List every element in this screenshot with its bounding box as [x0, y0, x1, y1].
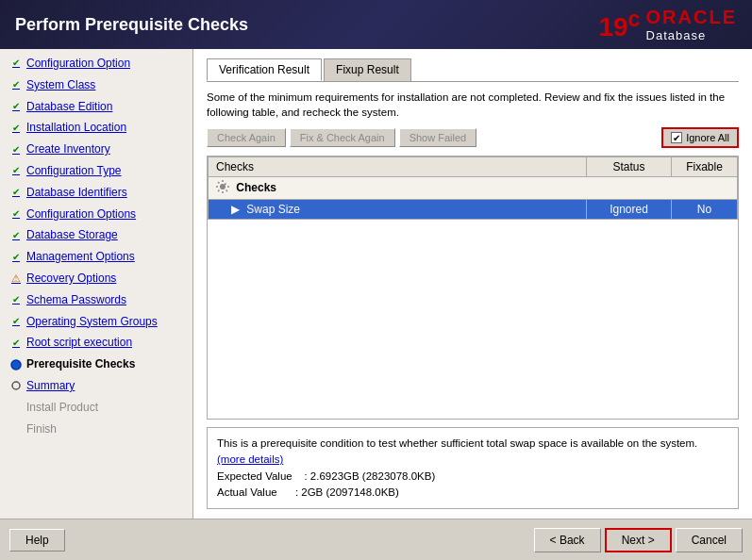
tick-icon: ✔	[9, 315, 23, 328]
oracle-version: 19c	[598, 7, 640, 42]
footer-right: < Back Next > Cancel	[534, 528, 743, 552]
fix-and-check-again-button[interactable]: Fix & Check Again	[290, 128, 395, 147]
sidebar-item-configuration-type[interactable]: ✔ Configuration Type	[0, 160, 192, 182]
sidebar-item-prerequisite-checks[interactable]: Prerequisite Checks	[0, 354, 192, 375]
cell-status: Ignored	[587, 200, 672, 220]
expected-label: Expected Value	[217, 470, 292, 482]
sidebar-item-finish: Finish	[0, 419, 192, 440]
oracle-name: ORACLE	[646, 7, 737, 28]
gear-icon	[216, 180, 229, 196]
detail-box: This is a prerequisite condition to test…	[207, 427, 739, 509]
empty-icon	[9, 422, 23, 436]
tab-bar: Verification Result Fixup Result	[207, 58, 739, 82]
info-text: Some of the minimum requirements for ins…	[207, 90, 739, 120]
arrow-icon: ▶	[231, 203, 240, 216]
main-layout: ✔ Configuration Option ✔ System Class ✔ …	[0, 49, 752, 519]
col-fixable: Fixable	[672, 157, 738, 177]
tick-icon: ✔	[9, 78, 23, 91]
oracle-brand: ORACLE Database	[646, 7, 737, 42]
footer-left: Help	[9, 529, 65, 552]
svg-point-1	[12, 382, 20, 389]
tick-icon: ✔	[9, 143, 23, 156]
back-button[interactable]: < Back	[534, 528, 601, 552]
actual-label: Actual Value	[217, 486, 277, 498]
tick-icon: ✔	[9, 337, 23, 350]
detail-text: This is a prerequisite condition to test…	[217, 437, 697, 449]
button-bar: Check Again Fix & Check Again Show Faile…	[207, 127, 739, 148]
empty-icon	[9, 401, 23, 414]
content-area: Verification Result Fixup Result Some of…	[193, 49, 752, 519]
group-label: Checks	[236, 181, 276, 194]
tick-icon: ✔	[9, 251, 23, 264]
tick-icon: ✔	[9, 186, 23, 199]
sidebar-item-create-inventory[interactable]: ✔ Create Inventory	[0, 139, 192, 160]
sidebar-item-database-storage[interactable]: ✔ Database Storage	[0, 224, 192, 246]
sidebar-item-database-identifiers[interactable]: ✔ Database Identifiers	[0, 182, 192, 204]
tick-icon: ✔	[9, 100, 23, 113]
footer: Help < Back Next > Cancel	[0, 519, 752, 560]
oracle-logo: 19c ORACLE Database	[598, 7, 737, 42]
ignore-all-checkbox[interactable]: ✔	[671, 132, 682, 143]
sidebar-item-recovery-options[interactable]: ⚠ Recovery Options	[0, 268, 192, 289]
col-status: Status	[587, 157, 672, 177]
tick-icon: ✔	[9, 293, 23, 306]
cell-fixable: No	[672, 200, 738, 220]
tick-icon: ✔	[9, 229, 23, 242]
checks-table-container: Checks Status Fixable Checks	[207, 156, 739, 420]
circle-icon	[9, 379, 23, 392]
cancel-button[interactable]: Cancel	[676, 528, 743, 552]
oracle-sup: c	[628, 7, 641, 31]
detail-link[interactable]: (more details)	[217, 453, 283, 465]
cell-check: ▶ Swap Size	[209, 200, 587, 220]
sidebar-item-operating-system-groups[interactable]: ✔ Operating System Groups	[0, 311, 192, 333]
sidebar-item-database-edition[interactable]: ✔ Database Edition	[0, 96, 192, 118]
sidebar-item-install-product: Install Product	[0, 397, 192, 419]
page-title: Perform Prerequisite Checks	[15, 15, 248, 35]
ignore-all-label[interactable]: ✔ Ignore All	[661, 127, 739, 148]
sidebar-item-summary[interactable]: Summary	[0, 375, 192, 397]
show-failed-button[interactable]: Show Failed	[399, 128, 477, 147]
tick-icon: ✔	[9, 57, 23, 70]
warning-icon: ⚠	[9, 272, 23, 285]
sidebar-item-management-options[interactable]: ✔ Management Options	[0, 246, 192, 268]
table-group-row: Checks	[209, 177, 738, 200]
check-again-button[interactable]: Check Again	[207, 128, 286, 147]
header: Perform Prerequisite Checks 19c ORACLE D…	[0, 0, 752, 49]
actual-value: : 2GB (2097148.0KB)	[295, 486, 399, 498]
sidebar-item-configuration-options[interactable]: ✔ Configuration Options	[0, 204, 192, 225]
col-checks: Checks	[209, 157, 587, 177]
tick-icon: ✔	[9, 122, 23, 135]
help-button[interactable]: Help	[9, 529, 65, 552]
oracle-product: Database	[646, 28, 707, 42]
svg-point-2	[220, 184, 226, 189]
expected-value: : 2.6923GB (2823078.0KB)	[304, 470, 435, 482]
active-circle-icon	[9, 358, 23, 371]
tick-icon: ✔	[9, 164, 23, 177]
table-row[interactable]: ▶ Swap Size Ignored No	[209, 200, 738, 220]
sidebar-item-configuration-option[interactable]: ✔ Configuration Option	[0, 53, 192, 74]
tab-fixup-result[interactable]: Fixup Result	[324, 58, 411, 81]
svg-point-0	[11, 360, 21, 370]
sidebar-item-system-class[interactable]: ✔ System Class	[0, 74, 192, 96]
sidebar-item-root-script-execution[interactable]: ✔ Root script execution	[0, 332, 192, 354]
next-button[interactable]: Next >	[605, 528, 672, 552]
sidebar: ✔ Configuration Option ✔ System Class ✔ …	[0, 49, 193, 519]
sidebar-item-schema-passwords[interactable]: ✔ Schema Passwords	[0, 289, 192, 311]
checks-table: Checks Status Fixable Checks	[208, 156, 738, 220]
tab-verification-result[interactable]: Verification Result	[207, 58, 322, 81]
sidebar-item-installation-location[interactable]: ✔ Installation Location	[0, 117, 192, 139]
tick-icon: ✔	[9, 207, 23, 221]
